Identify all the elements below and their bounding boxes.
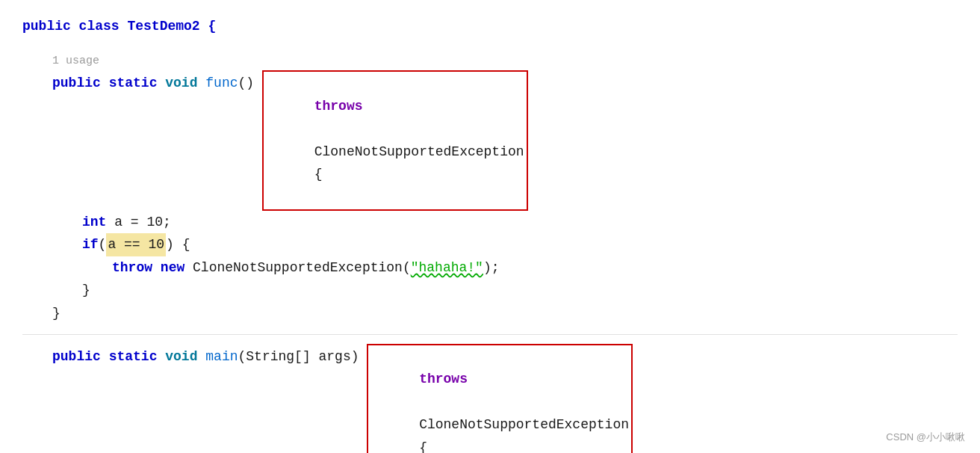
keyword-throw: throw — [112, 256, 152, 280]
exception-constructor: CloneNotSupportedException( — [193, 256, 411, 280]
keyword-void-main: void — [165, 345, 197, 369]
string-hahaha: "hahaha!" — [411, 256, 483, 280]
main-throws-box: throws CloneNotSupportedException { — [367, 344, 633, 453]
space-throws-main — [419, 395, 427, 410]
throw-close: ); — [483, 256, 500, 280]
open-brace-main: { — [419, 440, 427, 453]
exception-name-func: CloneNotSupportedException — [314, 144, 524, 159]
space-m3 — [197, 345, 205, 369]
keyword-static-main: static — [109, 345, 158, 369]
exception-name-main: CloneNotSupportedException — [419, 417, 629, 432]
space1 — [101, 72, 109, 95]
line-class-declaration: public class TestDemo2 { — [22, 15, 958, 38]
func-throws-box: throws CloneNotSupportedException { — [262, 70, 528, 211]
int-a-rest: a = 10; — [106, 211, 170, 234]
space-throws-func — [314, 121, 323, 136]
space3 — [197, 72, 205, 95]
line-usage-hint: 1 usage — [22, 52, 958, 71]
section-divider — [22, 334, 958, 335]
space-throw — [152, 256, 161, 280]
if-condition: a == 10 — [106, 233, 166, 256]
space-new — [184, 256, 193, 280]
keyword-int: int — [82, 211, 106, 234]
main-args: (String[] args) — [238, 345, 368, 369]
line-func-signature: public static void func () throws CloneN… — [22, 70, 958, 211]
code-container: public class TestDemo2 { 1 usage public … — [0, 0, 980, 453]
keyword-throws-func: throws — [314, 99, 363, 114]
keyword-throws-main: throws — [419, 372, 468, 386]
line-closing-if: } — [22, 279, 958, 302]
keyword-static-func: static — [109, 72, 158, 95]
main-name: main — [205, 345, 238, 369]
usage-hint-text: 1 usage — [52, 52, 99, 71]
keyword-public-func: public — [52, 72, 101, 95]
line-int-a: int a = 10; — [22, 211, 958, 234]
brace-close-func: } — [52, 302, 61, 325]
keyword-new: new — [161, 256, 184, 280]
if-close-paren: ) { — [166, 233, 190, 256]
line-if: if ( a == 10 ) { — [22, 233, 958, 256]
open-brace-func: { — [314, 167, 323, 182]
line-closing-func: } — [22, 302, 958, 325]
keyword-void-func: void — [165, 72, 197, 95]
watermark: CSDN @小小啾啾 — [886, 431, 965, 444]
if-open-paren: ( — [99, 233, 107, 256]
line-main-signature: public static void main (String[] args) … — [22, 344, 958, 453]
func-parens: () — [238, 72, 262, 95]
keyword-public-main: public — [52, 345, 101, 369]
keyword-if: if — [82, 233, 99, 256]
space-m2 — [157, 345, 165, 369]
func-name: func — [205, 72, 238, 95]
space-m1 — [101, 345, 109, 369]
space2 — [157, 72, 165, 95]
keyword-public: public class TestDemo2 { — [22, 15, 216, 38]
brace-close-if: } — [82, 279, 90, 302]
line-throw: throw new CloneNotSupportedException( "h… — [22, 256, 958, 280]
